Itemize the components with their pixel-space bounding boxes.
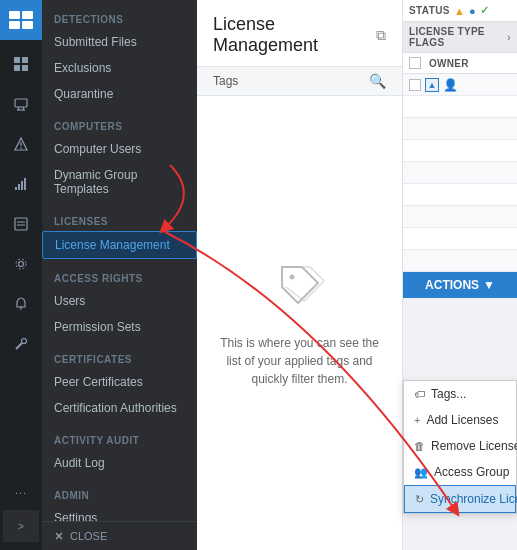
- nav-sidebar: DETECTIONS Submitted Files Exclusions Qu…: [42, 0, 197, 550]
- select-all-checkbox[interactable]: [409, 57, 421, 69]
- expand-icon: >: [18, 521, 24, 532]
- table-row: [403, 206, 517, 228]
- svg-rect-2: [9, 21, 20, 29]
- owner-header: OWNER: [403, 53, 517, 74]
- icon-sidebar: ... >: [0, 0, 42, 550]
- owner-label: OWNER: [429, 58, 469, 69]
- tags-search-icon[interactable]: 🔍: [369, 73, 386, 89]
- permission-sets-item[interactable]: Permission Sets: [42, 314, 197, 340]
- main-header: License Management ⧉: [197, 0, 402, 67]
- person-icon: 👤: [443, 78, 458, 92]
- certification-authorities-item[interactable]: Certification Authorities: [42, 395, 197, 421]
- svg-rect-15: [15, 187, 17, 190]
- svg-rect-8: [15, 99, 27, 107]
- computer-users-item[interactable]: Computer Users: [42, 136, 197, 162]
- nav-tasks-icon[interactable]: [3, 206, 39, 242]
- actions-button[interactable]: ACTIONS ▼: [403, 272, 517, 298]
- expand-button[interactable]: >: [3, 510, 39, 542]
- quarantine-item[interactable]: Quarantine: [42, 81, 197, 107]
- dynamic-group-templates-item[interactable]: Dynamic Group Templates: [42, 162, 197, 202]
- synchronize-licenses-item[interactable]: ↻ Synchronize Licenses: [404, 485, 516, 513]
- more-icon[interactable]: ...: [3, 472, 39, 508]
- activity-audit-section: ACTIVITY AUDIT Audit Log: [42, 421, 197, 476]
- synchronize-label: Synchronize Licenses: [430, 492, 517, 506]
- access-group-item[interactable]: 👥 Access Group: [404, 459, 516, 485]
- svg-rect-1: [22, 11, 33, 19]
- table-row: [403, 96, 517, 118]
- dropdown-menu: 🏷 Tags... + Add Licenses 🗑 Remove Licens…: [403, 380, 517, 514]
- table-row: [403, 162, 517, 184]
- svg-rect-16: [18, 184, 20, 190]
- submitted-files-item[interactable]: Submitted Files: [42, 29, 197, 55]
- sync-icon: ↻: [415, 493, 424, 506]
- table-row: [403, 250, 517, 272]
- table-row: [403, 228, 517, 250]
- svg-rect-5: [22, 57, 28, 63]
- access-rights-title: ACCESS RIGHTS: [42, 259, 197, 288]
- tags-label: Tags: [213, 74, 238, 88]
- page-title: License Management: [213, 14, 376, 56]
- main-content: License Management ⧉ Tags 🔍 This is wher…: [197, 0, 402, 550]
- right-panel: STATUS ▲ ● ✓ LICENSE TYPE FLAGS › OWNER …: [402, 0, 517, 550]
- exclusions-item[interactable]: Exclusions: [42, 55, 197, 81]
- tags-empty-icon: [274, 259, 326, 322]
- sort-up-button[interactable]: ▲: [425, 78, 439, 92]
- tags-dropdown-icon: 🏷: [414, 388, 425, 400]
- window-icon[interactable]: ⧉: [376, 27, 386, 44]
- svg-rect-3: [22, 21, 33, 29]
- svg-line-26: [16, 343, 22, 349]
- nav-tools-icon[interactable]: [3, 326, 39, 362]
- nav-reports-icon[interactable]: [3, 166, 39, 202]
- nav-notifications-icon[interactable]: [3, 286, 39, 322]
- table-row: [403, 140, 517, 162]
- detections-section: DETECTIONS Submitted Files Exclusions Qu…: [42, 0, 197, 107]
- svg-rect-18: [24, 178, 26, 190]
- add-licenses-item[interactable]: + Add Licenses: [404, 407, 516, 433]
- nav-gear-icon[interactable]: [3, 246, 39, 282]
- activity-audit-title: ACTIVITY AUDIT: [42, 421, 197, 450]
- row-checkbox[interactable]: [409, 79, 421, 91]
- bottom-icons-area: ... >: [3, 470, 39, 542]
- users-item[interactable]: Users: [42, 288, 197, 314]
- svg-rect-17: [21, 181, 23, 190]
- table-row: [403, 184, 517, 206]
- svg-rect-4: [14, 57, 20, 63]
- group-icon: 👥: [414, 466, 428, 479]
- peer-certificates-item[interactable]: Peer Certificates: [42, 369, 197, 395]
- svg-point-27: [22, 339, 27, 344]
- ok-icon: ✓: [480, 4, 489, 17]
- tags-dropdown-item[interactable]: 🏷 Tags...: [404, 381, 516, 407]
- license-management-item[interactable]: License Management: [42, 231, 197, 259]
- licenses-section: LICENSES License Management: [42, 202, 197, 259]
- audit-log-item[interactable]: Audit Log: [42, 450, 197, 476]
- certificates-section: CERTIFICATES Peer Certificates Certifica…: [42, 340, 197, 421]
- detections-title: DETECTIONS: [42, 0, 197, 29]
- admin-title: ADMIN: [42, 476, 197, 505]
- svg-rect-6: [14, 65, 20, 71]
- license-type-bar: LICENSE TYPE FLAGS ›: [403, 22, 517, 53]
- nav-alerts-icon[interactable]: [3, 126, 39, 162]
- remove-licenses-item[interactable]: 🗑 Remove Licenses: [404, 433, 516, 459]
- eset-logo: [9, 11, 33, 29]
- status-label: STATUS: [409, 5, 450, 16]
- nav-dashboard-icon[interactable]: [3, 46, 39, 82]
- svg-rect-7: [22, 65, 28, 71]
- nav-computers-icon[interactable]: [3, 86, 39, 122]
- svg-point-23: [16, 259, 26, 269]
- empty-state: This is where you can see the list of yo…: [197, 96, 402, 550]
- computers-section: COMPUTERS Computer Users Dynamic Group T…: [42, 107, 197, 202]
- actions-label: ACTIONS: [425, 278, 479, 292]
- info-icon: ●: [469, 5, 476, 17]
- actions-arrow-icon: ▼: [483, 278, 495, 292]
- add-icon: +: [414, 414, 420, 426]
- tags-bar: Tags 🔍: [197, 67, 402, 96]
- panel-row-controls: ▲ 👤: [403, 74, 517, 96]
- close-label: CLOSE: [70, 530, 107, 542]
- remove-icon: 🗑: [414, 440, 425, 452]
- empty-state-text: This is where you can see the list of yo…: [217, 334, 382, 388]
- warn-icon: ▲: [454, 5, 465, 17]
- more-label: ...: [15, 484, 27, 496]
- status-bar: STATUS ▲ ● ✓: [403, 0, 517, 22]
- close-button[interactable]: CLOSE: [42, 521, 197, 550]
- table-row: [403, 118, 517, 140]
